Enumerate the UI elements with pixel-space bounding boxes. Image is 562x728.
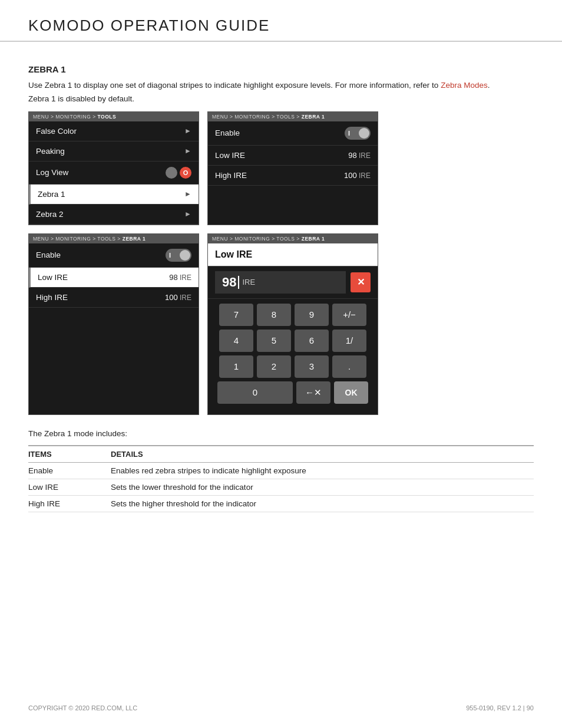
key-8[interactable]: 8 xyxy=(257,304,291,326)
menu-item-label: Peaking xyxy=(36,147,65,156)
enable-label-2: Enable xyxy=(36,251,61,259)
low-ire-input-row: 98IRE ✕ xyxy=(208,266,378,299)
enable-toggle[interactable] xyxy=(345,127,371,140)
keypad-row-2: 4 5 6 1/ xyxy=(215,330,371,352)
details-table: ITEMS DETAILS Enable Enables red zebra s… xyxy=(28,445,534,512)
menu-item-label: Zebra 2 xyxy=(36,210,64,219)
low-ire-input-box[interactable]: 98IRE xyxy=(215,271,346,294)
log-circle-icon xyxy=(166,167,177,179)
panel4-breadcrumb-pre: MENU > MONITORING > TOOLS > xyxy=(212,236,302,242)
key-5[interactable]: 5 xyxy=(257,330,291,352)
low-ire-value-2: 98 IRE xyxy=(169,273,191,282)
keypad: 7 8 9 +/− 4 5 6 1/ 1 2 3 . xyxy=(208,299,378,414)
table-row: High IRE Sets the higher threshold for t… xyxy=(28,495,534,512)
key-0[interactable]: 0 xyxy=(217,381,293,404)
key-1slash[interactable]: 1/ xyxy=(332,330,366,352)
key-2[interactable]: 2 xyxy=(257,355,291,378)
table-row: Low IRE Sets the lower threshold for the… xyxy=(28,479,534,495)
panel3-breadcrumb-bold: ZEBRA 1 xyxy=(123,236,146,242)
page-header: KOMODO OPERATION GUIDE xyxy=(0,0,562,42)
zebra1-low-ire-row[interactable]: Low IRE 98 IRE xyxy=(208,146,378,166)
high-ire-label-2: High IRE xyxy=(36,293,68,302)
key-7[interactable]: 7 xyxy=(219,304,253,326)
key-4[interactable]: 4 xyxy=(219,330,253,352)
main-content: ZEBRA 1 Use Zebra 1 to display one set o… xyxy=(0,42,562,548)
low-ire-label: Low IRE xyxy=(215,151,245,160)
log-o-icon: O xyxy=(180,167,191,179)
zebra1-enable-row-2[interactable]: Enable xyxy=(29,243,199,268)
footer-left: COPYRIGHT © 2020 RED.COM, LLC xyxy=(28,704,137,711)
key-ok[interactable]: OK xyxy=(334,381,368,404)
arrow-icon: ► xyxy=(184,127,191,135)
page-title: KOMODO OPERATION GUIDE xyxy=(28,17,534,35)
table-cell-item: Low IRE xyxy=(28,479,111,495)
panel4-breadcrumb: MENU > MONITORING > TOOLS > ZEBRA 1 xyxy=(208,234,378,243)
high-ire-value: 100 IRE xyxy=(344,171,371,180)
menu-item-label: False Color xyxy=(36,127,77,136)
key-plusminus[interactable]: +/− xyxy=(332,304,366,326)
toggle-knob xyxy=(359,128,369,139)
table-cell-item: Enable xyxy=(28,462,111,479)
arrow-icon: ► xyxy=(184,210,191,218)
panels-row-1: MENU > MONITORING > TOOLS False Color ► … xyxy=(28,111,534,225)
sub-text: Zebra 1 is disabled by default. xyxy=(28,94,534,103)
panel2-breadcrumb-pre: MENU > MONITORING > TOOLS > xyxy=(212,114,302,120)
zebra-modes-link[interactable]: Zebra Modes xyxy=(441,81,488,90)
intro-paragraph: Use Zebra 1 to display one set of diagon… xyxy=(28,79,534,92)
ire-input-suffix: IRE xyxy=(242,278,255,286)
key-3[interactable]: 3 xyxy=(295,355,329,378)
panel4-breadcrumb-bold: ZEBRA 1 xyxy=(302,236,325,242)
high-ire-value-2: 100 IRE xyxy=(165,293,191,302)
panel1-breadcrumb-pre: MENU > MONITORING > xyxy=(33,114,98,120)
panel3-breadcrumb: MENU > MONITORING > TOOLS > ZEBRA 1 xyxy=(29,234,199,243)
low-ire-input-value: 98 xyxy=(222,275,236,290)
low-ire-entry-panel: MENU > MONITORING > TOOLS > ZEBRA 1 Low … xyxy=(207,233,378,415)
table-cell-item: High IRE xyxy=(28,495,111,512)
menu-item-label: Log View xyxy=(36,168,68,177)
table-row: Enable Enables red zebra stripes to indi… xyxy=(28,462,534,479)
arrow-icon: ► xyxy=(184,190,191,198)
toggle-knob-2 xyxy=(180,250,190,261)
zebra1-low-ire-row-highlighted[interactable]: Low IRE 98 IRE xyxy=(29,268,199,288)
enable-toggle-2[interactable] xyxy=(166,249,191,262)
panels-row-2: MENU > MONITORING > TOOLS > ZEBRA 1 Enab… xyxy=(28,233,534,415)
zebra1-enable-row[interactable]: Enable xyxy=(208,121,378,146)
clear-button[interactable]: ✕ xyxy=(351,272,371,292)
menu-item-log-view[interactable]: Log View O xyxy=(29,162,199,185)
zebra1-high-ire-row[interactable]: High IRE 100 IRE xyxy=(208,166,378,186)
table-cell-detail: Sets the lower threshold for the indicat… xyxy=(111,479,534,495)
footer-right: 955-0190, REV 1.2 | 90 xyxy=(466,704,534,711)
col-items: ITEMS xyxy=(28,446,111,463)
key-1[interactable]: 1 xyxy=(219,355,253,378)
panel1-breadcrumb: MENU > MONITORING > TOOLS xyxy=(29,112,199,121)
menu-item-label: Zebra 1 xyxy=(38,190,65,199)
arrow-icon: ► xyxy=(184,147,191,155)
key-dot[interactable]: . xyxy=(332,355,366,378)
menu-item-zebra2[interactable]: Zebra 2 ► xyxy=(29,205,199,225)
menu-item-zebra1[interactable]: Zebra 1 ► xyxy=(29,185,199,205)
panel1-breadcrumb-bold: TOOLS xyxy=(98,114,117,120)
keypad-row-3: 1 2 3 . xyxy=(215,355,371,378)
low-ire-title-row: Low IRE xyxy=(208,243,378,266)
zebra1-settings-panel-2: MENU > MONITORING > TOOLS > ZEBRA 1 Enab… xyxy=(28,233,199,415)
key-9[interactable]: 9 xyxy=(295,304,329,326)
intro-text: Use Zebra 1 to display one set of diagon… xyxy=(28,81,438,90)
key-6[interactable]: 6 xyxy=(295,330,329,352)
panel3-breadcrumb-pre: MENU > MONITORING > TOOLS > xyxy=(33,236,123,242)
page-footer: COPYRIGHT © 2020 RED.COM, LLC 955-0190, … xyxy=(28,704,534,711)
key-backspace[interactable]: ←✕ xyxy=(296,381,330,404)
table-body: Enable Enables red zebra stripes to indi… xyxy=(28,462,534,512)
low-ire-entry-title: Low IRE xyxy=(215,249,371,260)
low-ire-value: 98 IRE xyxy=(348,151,371,160)
menu-item-peaking[interactable]: Peaking ► xyxy=(29,141,199,162)
section-title: ZEBRA 1 xyxy=(28,64,534,74)
table-header: ITEMS DETAILS xyxy=(28,446,534,463)
tools-menu-panel: MENU > MONITORING > TOOLS False Color ► … xyxy=(28,111,199,225)
col-details: DETAILS xyxy=(111,446,534,463)
keypad-row-1: 7 8 9 +/− xyxy=(215,304,371,326)
zebra1-high-ire-row-2[interactable]: High IRE 100 IRE xyxy=(29,288,199,308)
zebra1-settings-panel: MENU > MONITORING > TOOLS > ZEBRA 1 Enab… xyxy=(207,111,378,225)
enable-label: Enable xyxy=(215,129,240,137)
menu-item-false-color[interactable]: False Color ► xyxy=(29,121,199,141)
panel2-breadcrumb: MENU > MONITORING > TOOLS > ZEBRA 1 xyxy=(208,112,378,121)
